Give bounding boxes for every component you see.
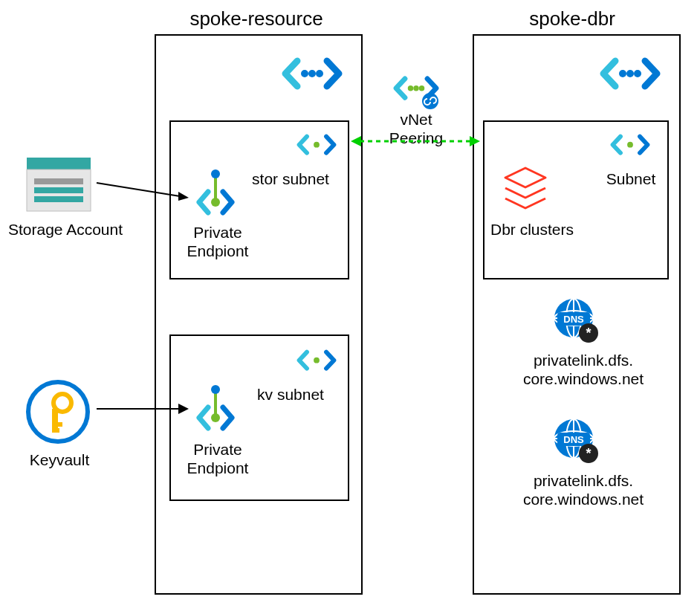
storage-account-icon bbox=[25, 156, 92, 213]
label-subnet: Subnet bbox=[597, 169, 664, 188]
svg-rect-27 bbox=[52, 422, 62, 427]
svg-point-6 bbox=[408, 85, 414, 91]
title-spoke-resource: spoke-resource bbox=[149, 7, 364, 30]
arrow-kv-to-pe bbox=[95, 400, 190, 418]
svg-point-0 bbox=[301, 70, 308, 77]
svg-point-17 bbox=[211, 413, 220, 422]
svg-rect-19 bbox=[27, 158, 91, 169]
label-kv-subnet: kv subnet bbox=[242, 385, 339, 404]
svg-point-1 bbox=[308, 70, 316, 77]
svg-text:*: * bbox=[586, 446, 591, 461]
svg-point-4 bbox=[626, 70, 634, 77]
peering-badge-icon bbox=[421, 92, 439, 110]
svg-point-14 bbox=[314, 358, 320, 363]
databricks-icon bbox=[499, 162, 551, 214]
svg-point-2 bbox=[316, 70, 323, 77]
label-stor-subnet: stor subnet bbox=[242, 169, 339, 188]
subnet-icon-stor bbox=[297, 131, 336, 159]
label-private-endpoint-1: Private Endpiont bbox=[178, 223, 257, 260]
svg-marker-53 bbox=[470, 136, 480, 146]
svg-point-3 bbox=[619, 70, 626, 77]
svg-point-16 bbox=[211, 385, 220, 394]
label-keyvault: Keyvault bbox=[22, 450, 97, 469]
svg-text:DNS: DNS bbox=[563, 314, 584, 325]
svg-point-18 bbox=[627, 142, 633, 148]
label-dns-1: privatelink.dfs. core.windows.net bbox=[513, 351, 654, 388]
label-storage-account: Storage Account bbox=[6, 220, 125, 239]
svg-text:*: * bbox=[586, 326, 591, 340]
keyvault-icon bbox=[25, 379, 91, 444]
svg-rect-22 bbox=[34, 187, 83, 193]
subnet-icon-kv bbox=[297, 346, 336, 375]
label-dbr-clusters: Dbr clusters bbox=[490, 220, 580, 239]
vnet-icon-dbr bbox=[600, 54, 660, 94]
label-private-endpoint-2: Private Endpiont bbox=[178, 440, 257, 477]
svg-point-12 bbox=[211, 169, 220, 178]
dns-icon-2: DNS * bbox=[553, 418, 600, 465]
svg-rect-21 bbox=[34, 178, 83, 184]
svg-text:DNS: DNS bbox=[563, 434, 584, 445]
vnet-icon bbox=[282, 54, 342, 94]
label-dns-2: privatelink.dfs. core.windows.net bbox=[513, 471, 654, 508]
arrow-storage-to-pe bbox=[95, 174, 190, 201]
svg-marker-50 bbox=[178, 404, 189, 414]
private-endpoint-icon-1 bbox=[193, 169, 238, 222]
svg-rect-23 bbox=[34, 196, 83, 202]
svg-point-13 bbox=[211, 198, 220, 207]
svg-point-5 bbox=[634, 70, 641, 77]
box-spoke-resource bbox=[155, 34, 363, 595]
svg-point-10 bbox=[314, 142, 320, 148]
svg-point-7 bbox=[413, 85, 419, 91]
svg-marker-52 bbox=[351, 136, 361, 146]
svg-marker-48 bbox=[178, 192, 189, 201]
title-spoke-dbr: spoke-dbr bbox=[476, 7, 669, 30]
svg-point-8 bbox=[419, 85, 425, 91]
svg-line-47 bbox=[97, 183, 180, 196]
subnet-icon-dbr bbox=[611, 131, 649, 159]
arrow-vnet-peering bbox=[349, 134, 482, 149]
svg-rect-26 bbox=[52, 409, 58, 431]
svg-rect-28 bbox=[52, 428, 59, 433]
private-endpoint-icon-2 bbox=[193, 385, 238, 437]
dns-icon-1: DNS * bbox=[553, 297, 600, 345]
